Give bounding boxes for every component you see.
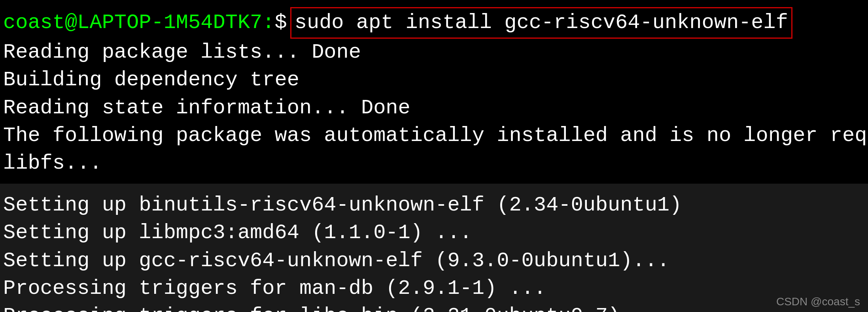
watermark: CSDN @coast_s	[776, 295, 860, 308]
output-line-2: Building dependency tree	[3, 66, 868, 94]
output-line-4: The following package was automatically …	[3, 122, 868, 150]
prompt-dollar: $	[275, 9, 287, 37]
output-line-1: Reading package lists... Done	[3, 39, 868, 66]
setup-line-2: Setting up libmpc3:amd64 (1.1.0-1) ...	[3, 219, 868, 247]
terminal-bottom-section: Setting up binutils-riscv64-unknown-elf …	[0, 184, 868, 312]
setup-line-3: Setting up gcc-riscv64-unknown-elf (9.3.…	[3, 247, 868, 275]
setup-line-1: Setting up binutils-riscv64-unknown-elf …	[3, 192, 868, 219]
setup-line-5: Processing triggers for libc-bin (2.31-0…	[3, 303, 868, 312]
output-line-5: libfs...	[3, 150, 868, 177]
terminal-top-section: coast@LAPTOP-1M54DTK7: $ sudo apt instal…	[0, 0, 868, 177]
command-line: coast@LAPTOP-1M54DTK7: $ sudo apt instal…	[3, 7, 868, 39]
prompt-user: coast@LAPTOP-1M54DTK7:	[3, 9, 275, 37]
setup-line-4: Processing triggers for man-db (2.9.1-1)…	[3, 275, 868, 303]
output-line-3: Reading state information... Done	[3, 94, 868, 122]
command-input: sudo apt install gcc-riscv64-unknown-elf	[290, 7, 792, 39]
